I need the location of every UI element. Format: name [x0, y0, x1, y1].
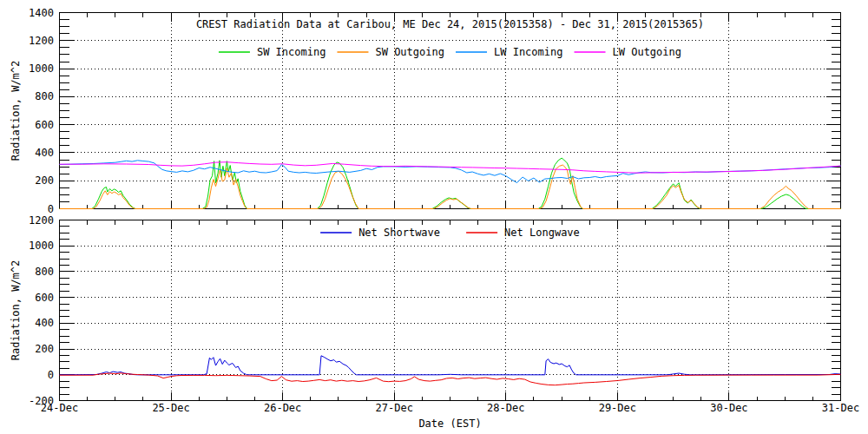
x-tick-label: 31-Dec [822, 402, 859, 414]
legend-item-net-shortwave: Net Shortwave [320, 227, 440, 239]
ticks-net-radiation [60, 220, 841, 401]
radiation-chart-figure: 0200400600800100012001400Radiation, W/m^… [0, 0, 868, 434]
y-axis-title: Radiation, W/m^2 [10, 61, 22, 161]
x-tick-label: 26-Dec [264, 402, 301, 414]
y-tick-label: 200 [35, 343, 54, 355]
panel-radiation-components: 0200400600800100012001400Radiation, W/m^… [10, 7, 841, 215]
y-tick-labels-net-radiation: -200020040060080010001200 [29, 214, 54, 407]
y-tick-label: 400 [35, 147, 54, 159]
y-tick-label: 0 [48, 203, 54, 215]
legend-item-sw-incoming: SW Incoming [219, 46, 326, 58]
x-axis-title: Date (EST) [418, 418, 481, 430]
legend-label-lw-incoming: LW Incoming [494, 46, 562, 58]
plot-frame [60, 13, 841, 209]
x-tick-label: 28-Dec [487, 402, 524, 414]
panel-net-radiation: -200020040060080010001200Radiation, W/m^… [10, 214, 841, 407]
y-tick-label: 0 [48, 369, 54, 381]
gridlines-net-radiation [60, 220, 841, 401]
series-group-net-radiation [60, 356, 841, 385]
y-tick-labels-radiation-components: 0200400600800100012001400 [29, 7, 54, 215]
legend-label-net-shortwave: Net Shortwave [358, 227, 440, 239]
legend-label-lw-outgoing: LW Outgoing [613, 46, 681, 58]
ticks-radiation-components [60, 13, 841, 209]
plot-frame [60, 220, 841, 401]
y-tick-label: 600 [35, 292, 54, 304]
x-tick-label: 30-Dec [710, 402, 747, 414]
x-tick-labels: 24-Dec25-Dec26-Dec27-Dec28-Dec29-Dec30-D… [41, 402, 859, 414]
y-tick-label: 800 [35, 266, 54, 278]
legend-item-net-longwave: Net Longwave [466, 227, 580, 239]
legend-item-lw-incoming: LW Incoming [456, 46, 562, 58]
series-group-radiation-components [60, 158, 841, 208]
radiation-chart-svg: 0200400600800100012001400Radiation, W/m^… [0, 0, 868, 434]
y-tick-label: 1000 [29, 62, 54, 75]
series-line-net-shortwave [60, 356, 841, 375]
x-tick-label: 24-Dec [41, 402, 78, 414]
gridlines-radiation-components [60, 13, 841, 209]
legend-label-sw-outgoing: SW Outgoing [375, 46, 444, 58]
y-tick-label: 1200 [29, 35, 54, 47]
y-tick-label: 1000 [29, 240, 54, 252]
legend-label-sw-incoming: SW Incoming [257, 46, 326, 58]
x-tick-label: 29-Dec [599, 402, 636, 414]
legend-label-net-longwave: Net Longwave [504, 227, 580, 239]
legend-net-radiation: Net ShortwaveNet Longwave [320, 227, 580, 239]
legend-item-lw-outgoing: LW Outgoing [575, 46, 681, 58]
y-axis-title: Radiation, W/m^2 [10, 260, 22, 361]
y-tick-label: 600 [35, 119, 54, 131]
y-tick-label: 1200 [29, 214, 54, 227]
x-tick-label: 27-Dec [376, 402, 413, 414]
y-tick-label: 800 [35, 90, 54, 102]
chart-title: CREST Radiation Data at Caribou, ME Dec … [196, 18, 704, 30]
y-tick-label: 400 [35, 317, 54, 329]
x-tick-label: 25-Dec [152, 402, 189, 414]
y-tick-label: 200 [35, 174, 54, 187]
legend-radiation-components: SW IncomingSW OutgoingLW IncomingLW Outg… [219, 46, 681, 58]
y-tick-label: 1400 [29, 7, 54, 19]
legend-item-sw-outgoing: SW Outgoing [337, 46, 444, 58]
